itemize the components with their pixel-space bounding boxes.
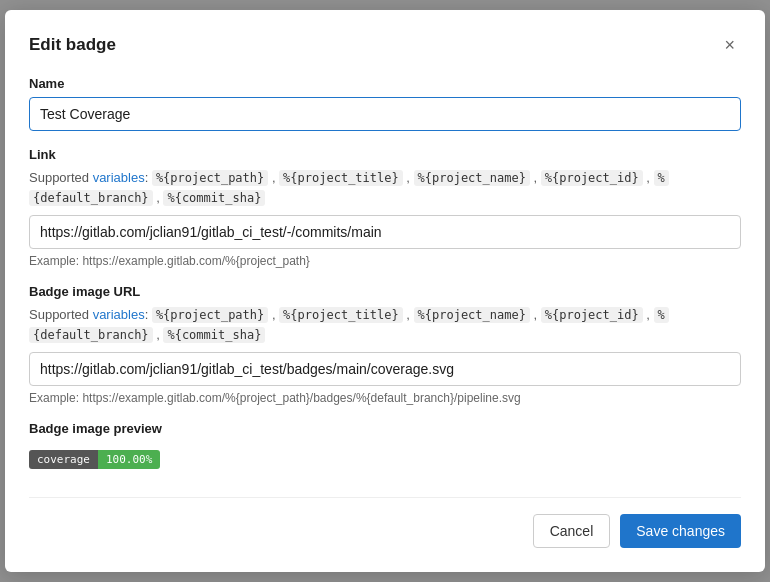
link-support-text: Supported variables: %{project_path} , %… bbox=[29, 168, 741, 207]
modal-overlay: Edit badge × Name Link Supported variabl… bbox=[0, 0, 770, 582]
badge-url-variables-link[interactable]: variables bbox=[93, 307, 145, 322]
close-button[interactable]: × bbox=[718, 34, 741, 56]
badge-url-input[interactable] bbox=[29, 352, 741, 386]
badge-right-text: 100.00% bbox=[98, 450, 160, 469]
save-changes-button[interactable]: Save changes bbox=[620, 514, 741, 548]
edit-badge-dialog: Edit badge × Name Link Supported variabl… bbox=[5, 10, 765, 572]
name-field-group: Name bbox=[29, 76, 741, 131]
name-field-label: Name bbox=[29, 76, 741, 91]
dialog-title: Edit badge bbox=[29, 35, 116, 55]
dialog-footer: Cancel Save changes bbox=[29, 497, 741, 548]
dialog-header: Edit badge × bbox=[29, 34, 741, 56]
badge-url-field-group: Badge image URL Supported variables: %{p… bbox=[29, 284, 741, 405]
badge-url-example-text: Example: https://example.gitlab.com/%{pr… bbox=[29, 391, 741, 405]
badge-preview-section: Badge image preview coverage 100.00% bbox=[29, 421, 741, 469]
badge-url-support-text: Supported variables: %{project_path} , %… bbox=[29, 305, 741, 344]
badge-url-field-label: Badge image URL bbox=[29, 284, 741, 299]
link-field-label: Link bbox=[29, 147, 741, 162]
cancel-button[interactable]: Cancel bbox=[533, 514, 611, 548]
badge-preview-label: Badge image preview bbox=[29, 421, 741, 436]
link-example-text: Example: https://example.gitlab.com/%{pr… bbox=[29, 254, 741, 268]
badge-preview: coverage 100.00% bbox=[29, 450, 160, 469]
link-variables-link[interactable]: variables bbox=[93, 170, 145, 185]
name-input[interactable] bbox=[29, 97, 741, 131]
badge-left-text: coverage bbox=[29, 450, 98, 469]
link-input[interactable] bbox=[29, 215, 741, 249]
link-field-group: Link Supported variables: %{project_path… bbox=[29, 147, 741, 268]
